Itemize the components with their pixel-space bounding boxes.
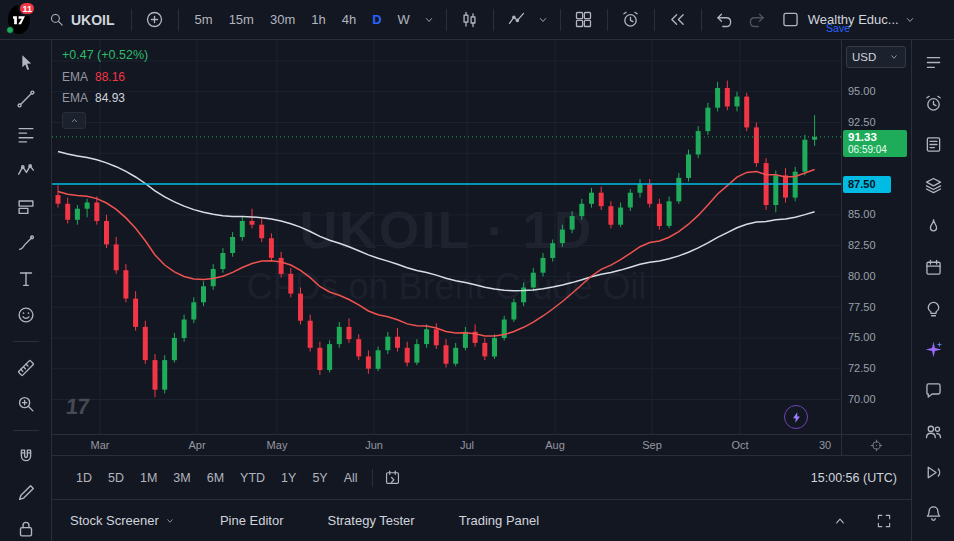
chart-type-button[interactable] (455, 5, 485, 35)
layout-select-icon[interactable] (776, 5, 806, 35)
tool-fib-retracement[interactable] (9, 122, 43, 148)
rail-calendar-button[interactable] (919, 255, 947, 279)
replay-icon (667, 9, 688, 30)
multichart-layout-button[interactable] (569, 5, 599, 35)
undo-button[interactable] (710, 5, 740, 35)
rail-ideas-button[interactable] (919, 296, 947, 320)
time-label: Sep (642, 439, 662, 451)
panel-collapse-button[interactable] (825, 506, 855, 536)
indicators-chevron[interactable] (534, 5, 552, 35)
timeframe-15m[interactable]: 15m (221, 7, 262, 32)
rail-streams-button[interactable] (919, 460, 947, 484)
tool-emoji[interactable] (9, 302, 43, 328)
chart-area[interactable]: UKOIL · 1D CFDs on Brent Crude Oil +0.47… (52, 40, 841, 434)
layout-icon (780, 9, 801, 30)
tool-zoom[interactable] (9, 391, 43, 417)
timeframe-5m[interactable]: 5m (187, 7, 221, 32)
notifications-icon (923, 503, 944, 524)
search-icon (48, 11, 65, 28)
toolbar-divider (446, 9, 447, 31)
tool-text[interactable] (9, 266, 43, 292)
time-label: Jun (365, 439, 383, 451)
currency-value: USD (852, 51, 876, 63)
timeframe-W[interactable]: W (390, 7, 418, 32)
range-YTD[interactable]: YTD (232, 466, 273, 490)
candlestick-chart[interactable] (52, 40, 841, 434)
range-1D[interactable]: 1D (68, 466, 100, 490)
boost-flash-button[interactable] (784, 405, 808, 429)
drawing-toolbar (0, 40, 52, 541)
toolbar-divider (654, 9, 655, 31)
axis-settings-button[interactable] (841, 434, 911, 456)
tool-lock[interactable] (9, 516, 43, 541)
rail-object-tree-button[interactable] (919, 173, 947, 197)
range-5Y[interactable]: 5Y (304, 466, 335, 490)
range-All[interactable]: All (336, 466, 366, 490)
tool-pattern[interactable] (9, 158, 43, 184)
rail-chat-button[interactable] (919, 378, 947, 402)
tool-draw[interactable] (9, 480, 43, 506)
chevron-up-icon (69, 115, 80, 126)
chevron-up-icon (831, 512, 849, 530)
tool-magnet[interactable] (9, 444, 43, 470)
range-1Y[interactable]: 1Y (273, 466, 304, 490)
indicator-ema-fast[interactable]: EMA88.16 (62, 70, 148, 84)
legend-collapse-button[interactable] (62, 112, 86, 129)
layout-menu-chevron[interactable] (901, 5, 919, 35)
tool-trend-line[interactable] (9, 86, 43, 112)
rail-news-button[interactable] (919, 132, 947, 156)
range-3M[interactable]: 3M (165, 466, 198, 490)
rail-community-button[interactable] (919, 419, 947, 443)
panel-maximize-button[interactable] (869, 506, 899, 536)
save-layout-button[interactable]: Save (826, 22, 850, 34)
rail-watchlist-button[interactable] (919, 50, 947, 74)
toolbar-divider (372, 469, 373, 487)
tool-brush[interactable] (9, 230, 43, 256)
calendar-icon (923, 257, 944, 278)
panel-tab-strategy-tester[interactable]: Strategy Tester (327, 513, 414, 528)
tradingview-chart-watermark[interactable]: 17 (65, 394, 90, 420)
tradingview-account-logo[interactable]: 11 (8, 5, 30, 34)
toolbar-divider (607, 9, 608, 31)
price-axis[interactable]: USD 95.0092.5085.0082.5080.0077.5075.007… (841, 40, 911, 434)
timeframe-1h[interactable]: 1h (303, 7, 333, 32)
timeframe-D[interactable]: D (364, 7, 389, 32)
timeframe-30m[interactable]: 30m (262, 7, 303, 32)
bar-replay-button[interactable] (663, 5, 693, 35)
emoji-icon (15, 304, 37, 326)
time-axis[interactable]: MarAprMayJunJulAugSepOct30 (52, 434, 841, 456)
compare-add-symbol-button[interactable] (140, 5, 170, 35)
timeframe-4h[interactable]: 4h (334, 7, 364, 32)
utc-clock[interactable]: 15:00:56 (UTC) (811, 471, 897, 485)
redo-button[interactable] (742, 5, 772, 35)
rail-notifications-button[interactable] (919, 501, 947, 525)
range-1M[interactable]: 1M (132, 466, 165, 490)
notification-badge: 11 (18, 1, 36, 16)
magnet-icon (15, 446, 37, 468)
panel-tab-trading-panel[interactable]: Trading Panel (459, 513, 539, 528)
fib-retracement-icon (15, 124, 37, 146)
create-alert-button[interactable] (616, 5, 646, 35)
layout-title[interactable]: Wealthy Educ... (808, 12, 899, 27)
panel-tab-pine-editor[interactable]: Pine Editor (220, 513, 284, 528)
time-label: May (267, 439, 288, 451)
indicator-ema-slow[interactable]: EMA84.93 (62, 91, 148, 105)
currency-select[interactable]: USD (846, 46, 906, 68)
go-to-date-button[interactable] (379, 464, 407, 492)
tool-position[interactable] (9, 194, 43, 220)
chart-legend: +0.47 (+0.52%) EMA88.16 EMA84.93 (62, 48, 148, 129)
rail-ai-button[interactable] (919, 337, 947, 361)
rail-alerts-button[interactable] (919, 91, 947, 115)
tool-cursor[interactable] (9, 50, 43, 76)
timeframe-menu-chevron[interactable] (420, 5, 438, 35)
indicators-button[interactable] (502, 5, 532, 35)
range-6M[interactable]: 6M (199, 466, 232, 490)
tool-ruler[interactable] (9, 355, 43, 381)
trend-line-icon (15, 88, 37, 110)
price-label: 70.00 (848, 393, 876, 405)
toolbar-divider (131, 9, 132, 31)
range-5D[interactable]: 5D (100, 466, 132, 490)
panel-tab-stock-screener[interactable]: Stock Screener (70, 513, 176, 528)
symbol-search-button[interactable]: UKOIL (40, 7, 123, 32)
rail-hotlists-button[interactable] (919, 214, 947, 238)
